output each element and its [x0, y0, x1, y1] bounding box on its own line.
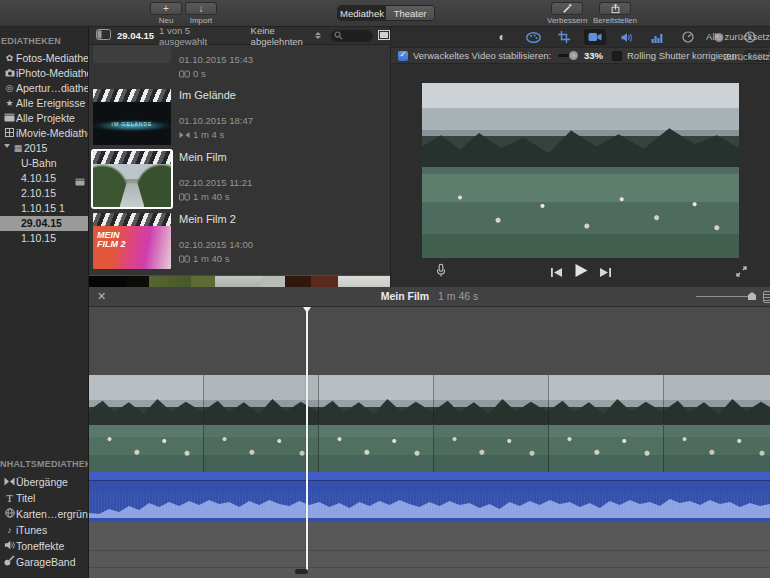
- plus-icon: +: [163, 3, 169, 14]
- tab-mediathek[interactable]: Mediathek: [338, 6, 386, 20]
- clip-appearance-icon[interactable]: [763, 291, 770, 303]
- sidebar-toggle-button[interactable]: [96, 29, 111, 42]
- color-balance-icon[interactable]: ◐: [491, 29, 513, 45]
- sidebar-item-iphoto[interactable]: iPhoto-Mediathek: [0, 66, 89, 81]
- tab-theater[interactable]: Theater: [386, 6, 434, 20]
- timeline: ✕ Mein Film 1 m 46 s: [89, 287, 770, 578]
- filter-popup[interactable]: Keine abgelehnten: [251, 25, 313, 47]
- clip-date: 01.10.2015 18:47: [179, 115, 253, 126]
- thumbnail-zoom-slider[interactable]: [696, 296, 756, 297]
- clip-row-mein-film[interactable]: Mein Film 02.10.2015 11:21 1 m 40 s: [93, 151, 388, 207]
- next-frame-button[interactable]: [599, 264, 611, 282]
- stabilize-slider[interactable]: [558, 51, 577, 60]
- clip-title: Mein Film: [179, 151, 252, 163]
- clip-list: 01.10.2015 15:43 0 s IM GELÄNDE Im Gelän…: [89, 45, 390, 275]
- stabilize-checkbox[interactable]: [398, 51, 408, 61]
- transport-controls: [391, 258, 770, 287]
- timeline-scroll-handle[interactable]: [295, 569, 308, 574]
- event-filmstrip-row[interactable]: [89, 275, 390, 287]
- audio-waveform-track[interactable]: [89, 472, 770, 522]
- disclosure-triangle-icon[interactable]: [4, 144, 10, 151]
- clip-title: Im Gelände: [179, 89, 253, 101]
- timeline-body: [89, 307, 770, 578]
- globe-icon: [3, 507, 16, 522]
- share-icon: [610, 3, 621, 14]
- clip-date: 01.10.2015 15:43: [179, 54, 253, 65]
- popup-chevrons-icon[interactable]: [315, 32, 321, 39]
- speaker-icon: [3, 539, 16, 554]
- search-field[interactable]: [331, 30, 373, 42]
- sidebar-item-11015-1[interactable]: 1.10.15 1: [0, 201, 89, 216]
- sidebar-item-alle-ereignisse[interactable]: ★Alle Ereignisse: [0, 96, 89, 111]
- sidebar-item-toneffekte[interactable]: Toneffekte: [0, 539, 89, 554]
- play-button[interactable]: [573, 263, 588, 282]
- sidebar-item-11015[interactable]: 1.10.15: [0, 231, 89, 246]
- crop-icon[interactable]: [553, 29, 575, 45]
- sidebar-item-fotos[interactable]: ✿Fotos-Mediathek: [0, 51, 89, 66]
- content-area: 29.04.15 1 von 5 ausgewählt Keine abgele…: [89, 27, 770, 578]
- clip-row-partial[interactable]: 01.10.2015 15:43 0 s: [93, 45, 388, 79]
- sidebar-item-aperture[interactable]: ◎Apertur…diathek: [0, 81, 89, 96]
- sidebar-item-uebergaenge[interactable]: Übergänge: [0, 475, 89, 490]
- rolling-shutter-checkbox[interactable]: [612, 51, 622, 61]
- share-button[interactable]: [599, 2, 631, 15]
- volume-icon[interactable]: [615, 29, 637, 45]
- sidebar-item-21015[interactable]: 2.10.15: [0, 186, 89, 201]
- timeline-clip-filmstrip[interactable]: [89, 375, 770, 472]
- color-correction-icon[interactable]: [522, 29, 544, 45]
- search-icon: [334, 31, 343, 40]
- clip-thumbnail[interactable]: MEIN FILM 2: [93, 213, 171, 269]
- photos-icon: ✿: [3, 51, 16, 66]
- video-preview[interactable]: [422, 83, 739, 258]
- viewer: [391, 64, 770, 258]
- enhance-button-group: Verbessern: [547, 2, 587, 25]
- stabilization-icon-selected[interactable]: [584, 29, 606, 45]
- reset-stabilization-button[interactable]: Zurücksetz: [724, 51, 770, 62]
- playhead[interactable]: [306, 307, 308, 572]
- sidebar-item-alle-projekte[interactable]: Alle Projekte: [0, 111, 89, 126]
- sidebar-item-ubahn[interactable]: U-Bahn: [0, 156, 89, 171]
- sidebar-item-itunes[interactable]: ♪iTunes: [0, 523, 89, 538]
- clip-title: Mein Film 2: [179, 213, 253, 225]
- music-note-icon: ♪: [3, 523, 16, 538]
- sidebar-year-2015[interactable]: ▦2015: [0, 141, 89, 156]
- filmstrip-view-button[interactable]: [378, 29, 390, 43]
- import-button[interactable]: ↓: [185, 2, 217, 15]
- clip-duration: 0 s: [179, 68, 253, 79]
- sidebar-item-garageband[interactable]: GarageBand: [0, 555, 89, 570]
- project-duration: 1 m 46 s: [438, 290, 478, 302]
- enhance-button[interactable]: [551, 2, 583, 15]
- share-button-label: Bereitstellen: [589, 16, 641, 25]
- speed-icon[interactable]: [677, 29, 699, 45]
- sidebar-item-imovie-mediathek[interactable]: iMovie-Mediathek: [0, 126, 89, 141]
- film-reel-icon: [179, 255, 190, 263]
- fullscreen-icon[interactable]: [735, 264, 748, 282]
- imovie-window: + Neu ↓ Import Mediathek Theater Verbess…: [0, 0, 770, 578]
- river-rafts: [422, 174, 739, 258]
- voiceover-mic-button[interactable]: [435, 263, 447, 282]
- browser-header: 29.04.15 1 von 5 ausgewählt Keine abgele…: [89, 27, 390, 45]
- top-toolbar: + Neu ↓ Import Mediathek Theater Verbess…: [0, 0, 770, 27]
- new-button[interactable]: +: [150, 2, 182, 15]
- sidebar-item-290415-selected[interactable]: 29.04.15: [0, 216, 89, 231]
- stabilize-value: 33%: [584, 50, 603, 61]
- content-library-header: NHALTSMEDIATHEK: [0, 459, 88, 469]
- sidebar-item-41015[interactable]: 4.10.15: [0, 171, 89, 186]
- clip-row-mein-film-2[interactable]: MEIN FILM 2 Mein Film 2 02.10.2015 14:00…: [93, 213, 388, 269]
- project-icon: [179, 131, 190, 139]
- reset-all-button[interactable]: Alle zurücksetz: [706, 31, 770, 42]
- slider-knob[interactable]: [569, 51, 578, 60]
- sidebar-item-karten[interactable]: Karten…ergründe: [0, 507, 89, 522]
- clip-row-im-gelaende[interactable]: IM GELÄNDE Im Gelände 01.10.2015 18:47 1…: [93, 89, 388, 145]
- clip-thumbnail[interactable]: IM GELÄNDE: [93, 89, 171, 145]
- mountain-silhouette: [422, 122, 739, 168]
- event-title: 29.04.15: [117, 30, 154, 41]
- noise-eq-icon[interactable]: [646, 29, 668, 45]
- clip-thumbnail-selected[interactable]: [93, 151, 171, 207]
- sidebar-item-titel[interactable]: TTitel: [0, 491, 89, 506]
- previous-frame-button[interactable]: [550, 264, 562, 282]
- transitions-icon: [3, 475, 16, 490]
- clip-thumbnail[interactable]: [93, 45, 171, 63]
- enhance-button-label: Verbessern: [547, 16, 587, 25]
- thumb-title-text: IM GELÄNDE: [93, 121, 171, 127]
